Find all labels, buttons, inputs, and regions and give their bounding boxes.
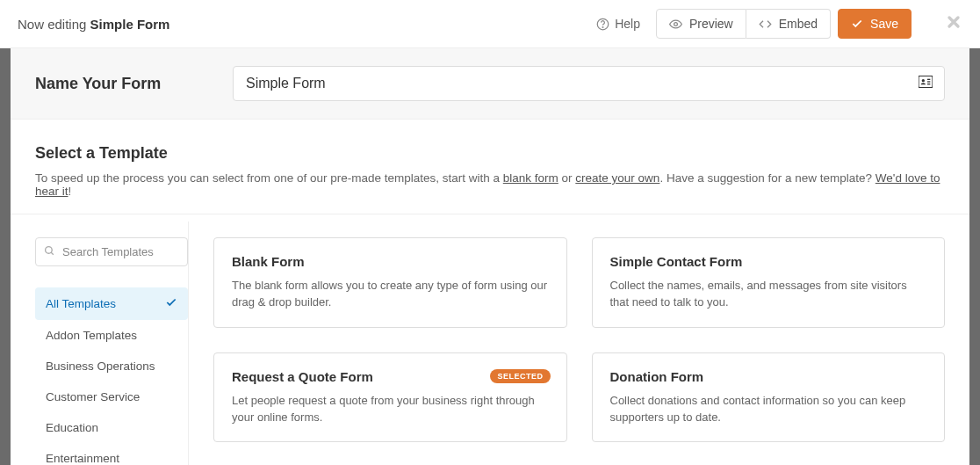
left-strip xyxy=(0,48,11,465)
template-title: Simple Contact Form xyxy=(610,254,927,269)
template-card-blank-form[interactable]: Blank Form The blank form allows you to … xyxy=(213,237,567,328)
editing-title: Now editing Simple Form xyxy=(18,17,169,32)
svg-rect-3 xyxy=(919,76,933,87)
topbar: Now editing Simple Form Help Preview Emb… xyxy=(0,0,980,48)
help-label: Help xyxy=(615,17,640,31)
category-label: All Templates xyxy=(46,297,116,310)
template-header: Select a Template To speed up the proces… xyxy=(11,120,969,214)
template-desc: The blank form allows you to create any … xyxy=(232,278,549,311)
right-strip xyxy=(969,48,980,465)
search-input[interactable] xyxy=(35,237,188,266)
check-icon xyxy=(851,18,863,30)
embed-button[interactable]: Embed xyxy=(746,9,831,39)
template-card-simple-contact[interactable]: Simple Contact Form Collect the names, e… xyxy=(592,237,946,328)
search-wrap xyxy=(35,237,188,266)
template-heading: Select a Template xyxy=(35,144,945,163)
main-panel: Name Your Form Select a Template To spee… xyxy=(11,48,969,465)
category-all-templates[interactable]: All Templates xyxy=(35,287,188,320)
svg-point-8 xyxy=(46,246,53,253)
category-addon-templates[interactable]: Addon Templates xyxy=(35,320,188,351)
category-label: Addon Templates xyxy=(46,329,137,342)
category-customer-service[interactable]: Customer Service xyxy=(35,381,188,412)
selected-badge: SELECTED xyxy=(490,369,550,383)
topbar-actions: Help Preview Embed Save xyxy=(587,9,962,39)
contact-card-icon xyxy=(919,76,933,91)
blank-form-link[interactable]: blank form xyxy=(503,171,558,185)
template-desc: Collect the names, emails, and messages … xyxy=(610,278,927,311)
form-name-label: Name Your Form xyxy=(35,75,233,93)
svg-point-4 xyxy=(922,79,925,82)
svg-line-9 xyxy=(51,252,54,255)
category-label: Business Operations xyxy=(46,360,155,373)
form-name-input-wrap xyxy=(233,66,945,101)
svg-point-2 xyxy=(674,22,678,25)
category-list: All Templates Addon Templates Business O… xyxy=(35,287,188,465)
save-button[interactable]: Save xyxy=(838,9,912,39)
embed-label: Embed xyxy=(779,17,818,31)
template-sidebar: All Templates Addon Templates Business O… xyxy=(35,222,189,465)
page-body: Name Your Form Select a Template To spee… xyxy=(0,48,980,465)
save-label: Save xyxy=(870,17,898,31)
app-window: Now editing Simple Form Help Preview Emb… xyxy=(0,0,980,465)
template-title: Donation Form xyxy=(610,369,927,384)
search-icon xyxy=(44,244,55,260)
editing-prefix: Now editing xyxy=(18,17,90,32)
preview-embed-group: Preview Embed xyxy=(656,9,831,39)
template-desc: Collect donations and contact informatio… xyxy=(610,393,927,426)
template-desc: Let people request a quote from your bus… xyxy=(232,393,549,426)
templates-grid: Blank Form The blank form allows you to … xyxy=(189,222,945,465)
code-icon xyxy=(759,18,772,31)
preview-label: Preview xyxy=(689,17,733,31)
help-icon xyxy=(596,18,609,31)
editing-form-name: Simple Form xyxy=(90,17,170,32)
template-card-request-quote[interactable]: SELECTED Request a Quote Form Let people… xyxy=(213,352,567,443)
create-own-link[interactable]: create your own xyxy=(575,171,659,185)
svg-point-1 xyxy=(602,26,603,27)
form-name-section: Name Your Form xyxy=(11,48,969,120)
eye-icon xyxy=(669,18,682,31)
form-name-input[interactable] xyxy=(233,66,945,101)
category-label: Education xyxy=(46,421,98,434)
preview-button[interactable]: Preview xyxy=(656,9,746,39)
category-label: Entertainment xyxy=(46,452,119,465)
template-description: To speed up the process you can select f… xyxy=(35,171,945,198)
close-button[interactable] xyxy=(945,13,962,34)
template-content: All Templates Addon Templates Business O… xyxy=(11,214,969,465)
close-icon xyxy=(945,13,962,31)
check-icon xyxy=(165,296,177,311)
category-entertainment[interactable]: Entertainment xyxy=(35,443,188,465)
category-education[interactable]: Education xyxy=(35,412,188,443)
help-link[interactable]: Help xyxy=(587,17,649,31)
template-card-donation[interactable]: Donation Form Collect donations and cont… xyxy=(592,352,946,443)
template-title: Blank Form xyxy=(232,254,549,269)
category-business-operations[interactable]: Business Operations xyxy=(35,351,188,381)
category-label: Customer Service xyxy=(46,390,140,403)
